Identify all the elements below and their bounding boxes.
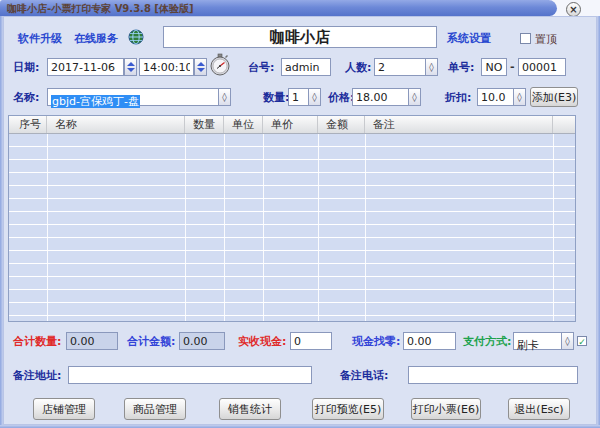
- title-bar[interactable]: 咖啡小店-小票打印专家 V9.3.8 [体验版]: [0, 0, 557, 16]
- spinner-up-icon: [127, 62, 135, 66]
- order-number-input[interactable]: [518, 58, 566, 76]
- sales-stats-button[interactable]: 销售统计: [219, 398, 281, 420]
- spinner-up-icon: [197, 62, 205, 66]
- item-name-drop-button[interactable]: ◊: [218, 88, 231, 106]
- payment-method-value: 刷卡: [517, 339, 539, 352]
- price-input[interactable]: [352, 88, 409, 106]
- grid-line: [553, 134, 554, 321]
- col-header-unit[interactable]: 单位: [224, 116, 263, 133]
- discount-input[interactable]: [477, 88, 514, 106]
- item-name-label: 名称:: [13, 90, 39, 105]
- remark-phone-label: 备注电话:: [340, 368, 388, 383]
- col-header-qty[interactable]: 数量: [185, 116, 224, 133]
- remark-address-input[interactable]: [68, 366, 312, 384]
- item-name-selected-text: gbjd-宫保鸡丁-盘: [51, 95, 140, 108]
- col-header-blank: [553, 116, 575, 133]
- add-item-button[interactable]: 添加(E3): [530, 87, 578, 107]
- globe-icon[interactable]: [128, 29, 144, 45]
- checkmark-icon: ✓: [578, 337, 586, 347]
- col-header-remark[interactable]: 备注: [365, 116, 553, 133]
- payment-method-combo[interactable]: 刷卡: [513, 332, 562, 350]
- window-border-left: [0, 16, 3, 428]
- spinner-down-icon: [197, 68, 205, 72]
- people-label: 人数:: [345, 60, 371, 75]
- diamond-drop-icon: ◊: [565, 336, 569, 346]
- total-amount-field: [179, 332, 225, 350]
- topmost-label: 置顶: [535, 32, 557, 47]
- system-settings-link[interactable]: 系统设置: [447, 31, 491, 46]
- grid-line: [318, 134, 319, 321]
- cash-received-input[interactable]: [290, 332, 332, 350]
- grid-line: [263, 134, 264, 321]
- grid-line: [224, 134, 225, 321]
- time-input[interactable]: [139, 58, 194, 76]
- exit-button[interactable]: 退出(Esc): [508, 398, 570, 420]
- grid-line: [47, 134, 48, 321]
- diamond-drop-icon: ◊: [429, 62, 433, 72]
- software-upgrade-link[interactable]: 软件升级: [18, 31, 62, 46]
- product-manage-button[interactable]: 商品管理: [124, 398, 186, 420]
- payment-drop-button[interactable]: ◊: [561, 332, 574, 350]
- diamond-drop-icon: ◊: [222, 92, 226, 102]
- people-input[interactable]: [374, 58, 426, 76]
- date-input[interactable]: [47, 58, 124, 76]
- date-label: 日期:: [13, 60, 39, 75]
- items-table-body[interactable]: [9, 134, 575, 321]
- shop-manage-button[interactable]: 店铺管理: [33, 398, 95, 420]
- items-table[interactable]: 序号 名称 数量 单位 单价 金额 备注: [8, 115, 576, 322]
- total-amount-label: 合计金额:: [127, 334, 175, 349]
- price-drop-button[interactable]: ◊: [408, 88, 421, 106]
- col-header-price[interactable]: 单价: [263, 116, 318, 133]
- cash-received-label: 实收现金:: [238, 334, 286, 349]
- time-spinner[interactable]: [194, 58, 207, 76]
- qty-drop-button[interactable]: ◊: [308, 88, 321, 106]
- remark-phone-input[interactable]: [408, 366, 578, 384]
- order-no-separator: -: [510, 60, 515, 73]
- grid-line: [185, 134, 186, 321]
- qty-input[interactable]: [288, 88, 309, 106]
- change-label: 现金找零:: [352, 334, 400, 349]
- order-no-label: 单号:: [448, 60, 474, 75]
- diamond-drop-icon: ◊: [412, 92, 416, 102]
- col-header-name[interactable]: 名称: [47, 116, 185, 133]
- print-preview-button[interactable]: 打印预览(E5): [312, 398, 384, 420]
- grid-line: [365, 134, 366, 321]
- online-service-link[interactable]: 在线服务: [74, 31, 118, 46]
- diamond-drop-icon: ◊: [517, 92, 521, 102]
- price-label: 价格:: [328, 90, 354, 105]
- total-qty-field: [66, 332, 118, 350]
- order-prefix-input[interactable]: [481, 58, 507, 76]
- close-icon: ×: [569, 4, 577, 15]
- print-receipt-button[interactable]: 打印小票(E6): [411, 398, 481, 420]
- remark-address-label: 备注地址:: [13, 368, 61, 383]
- table-no-input[interactable]: [281, 58, 331, 76]
- payment-method-label: 支付方式:: [463, 334, 511, 349]
- spinner-down-icon: [127, 68, 135, 72]
- topmost-checkbox[interactable]: [520, 33, 531, 44]
- items-table-header: 序号 名称 数量 单位 单价 金额 备注: [9, 116, 575, 134]
- stopwatch-icon[interactable]: [209, 53, 231, 77]
- qty-label: 数量:: [263, 90, 289, 105]
- discount-label: 折扣:: [445, 90, 471, 105]
- shop-name-input[interactable]: [163, 26, 437, 48]
- col-header-index[interactable]: 序号: [9, 116, 47, 133]
- close-button[interactable]: ×: [566, 2, 581, 17]
- people-drop-button[interactable]: ◊: [425, 58, 438, 76]
- diamond-drop-icon: ◊: [312, 92, 316, 102]
- total-qty-label: 合计数量:: [13, 334, 61, 349]
- discount-drop-button[interactable]: ◊: [513, 88, 526, 106]
- col-header-amount[interactable]: 金额: [318, 116, 365, 133]
- date-spinner[interactable]: [124, 58, 137, 76]
- table-no-label: 台号:: [248, 60, 274, 75]
- change-input[interactable]: [403, 332, 456, 350]
- app-window: 咖啡小店-小票打印专家 V9.3.8 [体验版] × 软件升级 在线服务 系统设…: [0, 0, 600, 428]
- item-name-combo[interactable]: gbjd-宫保鸡丁-盘: [47, 88, 219, 106]
- window-title: 咖啡小店-小票打印专家 V9.3.8 [体验版]: [7, 2, 193, 16]
- payment-checkbox[interactable]: ✓: [577, 336, 587, 346]
